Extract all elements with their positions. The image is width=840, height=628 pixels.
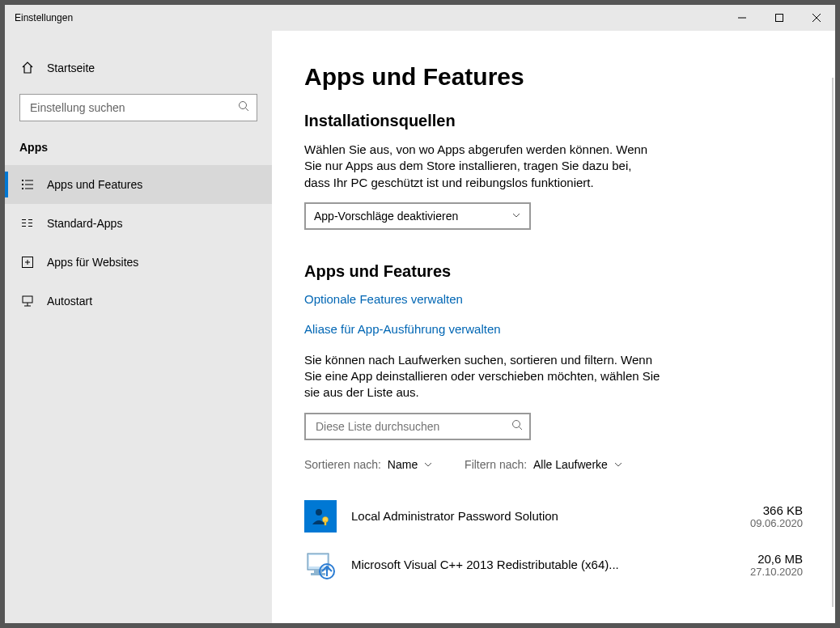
sidebar-item-apps-websites[interactable]: Apps für Websites	[5, 243, 272, 282]
home-icon	[19, 62, 36, 74]
svg-rect-14	[22, 226, 26, 227]
sidebar-item-default-apps[interactable]: Standard-Apps	[5, 204, 272, 243]
svg-point-24	[513, 420, 520, 427]
svg-point-4	[240, 102, 247, 109]
apps-section-heading: Apps und Features	[304, 262, 803, 281]
link-optional-features[interactable]: Optionale Features verwalten	[304, 292, 803, 306]
sidebar-item-autostart[interactable]: Autostart	[5, 282, 272, 320]
close-button[interactable]	[798, 5, 835, 31]
app-icon	[304, 549, 337, 581]
scrollbar[interactable]	[832, 78, 834, 607]
app-list-item[interactable]: Microsoft Visual C++ 2013 Redistributabl…	[304, 541, 803, 589]
svg-rect-17	[28, 226, 32, 227]
chevron-down-icon	[424, 458, 432, 471]
main-content: Apps und Features Installationsquellen W…	[272, 31, 835, 623]
app-date: 27.10.2020	[750, 566, 803, 578]
svg-rect-9	[25, 185, 33, 185]
app-list-search-input[interactable]	[304, 413, 531, 440]
link-execution-aliases[interactable]: Aliase für App-Ausführung verwalten	[304, 322, 803, 336]
app-list-item[interactable]: Local Administrator Password Solution 36…	[304, 492, 803, 541]
sidebar-item-label: Apps und Features	[47, 178, 142, 191]
svg-rect-21	[23, 296, 32, 303]
sidebar-item-label: Autostart	[47, 295, 92, 308]
svg-rect-10	[22, 188, 23, 189]
sort-label: Sortieren nach:	[304, 458, 381, 471]
search-icon	[511, 419, 523, 434]
apps-section-description: Sie können nach Laufwerken suchen, sorti…	[304, 352, 660, 401]
chevron-down-icon	[614, 458, 622, 471]
sidebar-home[interactable]: Startseite	[5, 52, 272, 84]
install-sources-description: Wählen Sie aus, von wo Apps abgerufen we…	[304, 142, 660, 191]
page-title: Apps und Features	[304, 63, 803, 91]
titlebar: Einstellungen	[5, 5, 835, 31]
svg-rect-1	[776, 15, 783, 22]
svg-rect-32	[311, 573, 325, 575]
window-title: Einstellungen	[15, 12, 73, 23]
install-sources-heading: Installationsquellen	[304, 112, 803, 130]
defaults-icon	[19, 217, 36, 230]
settings-search-input[interactable]	[19, 94, 257, 121]
startup-icon	[19, 295, 36, 308]
filter-label: Filtern nach:	[465, 458, 527, 471]
svg-rect-31	[314, 570, 322, 573]
svg-rect-8	[22, 184, 23, 185]
app-date: 09.06.2020	[750, 517, 803, 529]
maximize-button[interactable]	[761, 5, 798, 31]
svg-rect-6	[22, 180, 23, 181]
open-icon	[19, 256, 36, 269]
svg-rect-12	[22, 219, 26, 220]
dropdown-value: App-Vorschläge deaktivieren	[314, 210, 458, 223]
sidebar-item-label: Standard-Apps	[47, 217, 122, 230]
list-icon	[19, 178, 36, 191]
sidebar-item-label: Apps für Websites	[47, 256, 138, 269]
svg-rect-13	[22, 223, 26, 223]
svg-rect-15	[28, 219, 32, 220]
svg-rect-7	[25, 180, 33, 181]
svg-line-25	[520, 426, 523, 430]
svg-rect-11	[25, 189, 33, 189]
chevron-down-icon	[511, 210, 521, 223]
svg-line-5	[246, 108, 249, 112]
app-size: 366 KB	[750, 503, 803, 517]
minimize-button[interactable]	[723, 5, 761, 31]
sidebar-item-apps-features[interactable]: Apps und Features	[5, 165, 272, 204]
svg-point-26	[316, 509, 322, 516]
filter-control[interactable]: Filtern nach: Alle Laufwerke	[465, 458, 622, 471]
sidebar: Startseite Apps Apps und Features	[5, 31, 272, 623]
filter-value: Alle Laufwerke	[533, 458, 608, 471]
app-name: Microsoft Visual C++ 2013 Redistributabl…	[351, 558, 750, 571]
sidebar-home-label: Startseite	[47, 62, 95, 74]
app-size: 20,6 MB	[750, 552, 803, 566]
app-name: Local Administrator Password Solution	[351, 509, 750, 523]
install-sources-dropdown[interactable]: App-Vorschläge deaktivieren	[304, 202, 531, 230]
sidebar-section-label: Apps	[5, 136, 272, 165]
sort-value: Name	[388, 458, 418, 471]
sort-control[interactable]: Sortieren nach: Name	[304, 458, 432, 471]
svg-rect-16	[28, 223, 32, 223]
svg-rect-28	[325, 521, 326, 525]
app-icon	[304, 500, 337, 533]
search-icon	[238, 100, 249, 115]
